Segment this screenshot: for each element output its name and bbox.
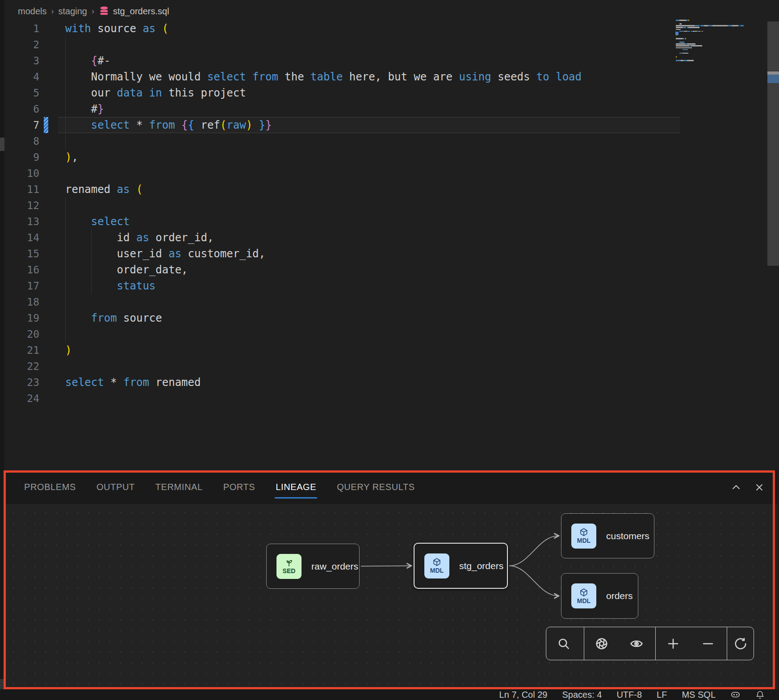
line-number: 23 bbox=[4, 377, 39, 388]
lineage-eye-button[interactable] bbox=[619, 627, 654, 660]
code-line-13[interactable]: 13 select bbox=[4, 214, 779, 230]
minimap-line bbox=[676, 23, 682, 25]
node-badge-label: MDL bbox=[577, 537, 591, 544]
code-line-12[interactable]: 12 bbox=[4, 197, 779, 214]
seedling-icon bbox=[284, 558, 294, 568]
code-text: renamed as ( bbox=[65, 183, 142, 196]
code-line-17[interactable]: 17 status bbox=[4, 278, 779, 294]
code-text: {#- bbox=[65, 54, 110, 67]
line-number: 6 bbox=[4, 103, 39, 115]
code-line-9[interactable]: 9), bbox=[4, 149, 779, 165]
code-line-3[interactable]: 3 {#- bbox=[4, 53, 779, 69]
status-item-ln-7-col-29[interactable]: Ln 7, Col 29 bbox=[499, 690, 548, 700]
code-line-14[interactable]: 14 id as order_id, bbox=[4, 230, 779, 246]
code-line-10[interactable]: 10 bbox=[4, 165, 779, 181]
lineage-edges bbox=[4, 504, 778, 689]
gutter bbox=[39, 53, 65, 69]
lineage-node-stg_orders[interactable]: MDLstg_orders bbox=[414, 543, 508, 589]
minimap-line bbox=[676, 49, 688, 50]
code-line-5[interactable]: 5 our data in this project bbox=[4, 85, 779, 101]
breadcrumb-item-models[interactable]: models bbox=[18, 6, 46, 17]
lineage-refresh-button[interactable] bbox=[727, 627, 754, 660]
editor-scrollbar[interactable] bbox=[767, 21, 779, 266]
gutter bbox=[39, 278, 65, 294]
minimap-line bbox=[676, 42, 684, 43]
code-line-15[interactable]: 15 user_id as customer_id, bbox=[4, 246, 779, 262]
lineage-zoom-out-button[interactable] bbox=[691, 627, 725, 660]
lineage-aperture-button[interactable] bbox=[584, 627, 619, 660]
gutter bbox=[39, 390, 65, 407]
gutter bbox=[39, 246, 65, 262]
code-text: user_id as customer_id, bbox=[65, 247, 265, 260]
code-line-11[interactable]: 11renamed as ( bbox=[4, 181, 779, 197]
code-area[interactable]: 1with source as (23 {#-4 Normally we wou… bbox=[4, 21, 779, 407]
code-line-21[interactable]: 21) bbox=[4, 342, 779, 358]
code-line-24[interactable]: 24 bbox=[4, 390, 779, 407]
lineage-zoom-in-button[interactable] bbox=[656, 627, 691, 660]
breadcrumb-item-staging[interactable]: staging bbox=[58, 6, 87, 17]
status-item-utf-8[interactable]: UTF-8 bbox=[616, 690, 642, 700]
status-item-spaces-4[interactable]: Spaces: 4 bbox=[562, 690, 602, 700]
line-number: 21 bbox=[4, 344, 39, 356]
lineage-canvas[interactable]: SEDraw_ordersMDLstg_ordersMDLcustomersMD… bbox=[4, 504, 778, 689]
minimap-line bbox=[676, 53, 688, 54]
code-text: with source as ( bbox=[65, 22, 168, 35]
gutter bbox=[39, 262, 65, 278]
gutter bbox=[39, 358, 65, 374]
code-text: from source bbox=[65, 312, 162, 324]
notifications-icon[interactable] bbox=[755, 690, 765, 700]
minimap-modified-marker bbox=[675, 32, 678, 35]
database-icon bbox=[99, 6, 109, 17]
tab-ports[interactable]: PORTS bbox=[223, 470, 255, 504]
close-panel-icon[interactable] bbox=[754, 482, 765, 493]
status-item-ms-sql[interactable]: MS SQL bbox=[682, 690, 716, 700]
lineage-node-orders[interactable]: MDLorders bbox=[561, 573, 638, 619]
copilot-icon[interactable] bbox=[730, 690, 741, 700]
code-line-8[interactable]: 8 bbox=[4, 133, 779, 149]
gutter bbox=[39, 374, 65, 390]
code-line-16[interactable]: 16 order_date, bbox=[4, 262, 779, 278]
code-line-22[interactable]: 22 bbox=[4, 358, 779, 374]
status-bar: Ln 7, Col 29Spaces: 4UTF-8LFMS SQL bbox=[0, 689, 779, 700]
gutter bbox=[39, 165, 65, 181]
tab-query-results[interactable]: QUERY RESULTS bbox=[337, 470, 415, 504]
code-line-6[interactable]: 6 #} bbox=[4, 101, 779, 117]
panel-window-controls bbox=[730, 470, 765, 504]
left-scroll-thumb[interactable] bbox=[0, 138, 4, 151]
status-item-lf[interactable]: LF bbox=[657, 690, 667, 700]
code-text: Normally we would select from the table … bbox=[65, 71, 582, 83]
lineage-node-raw_orders[interactable]: SEDraw_orders bbox=[266, 544, 360, 589]
gutter bbox=[39, 21, 65, 37]
code-line-19[interactable]: 19 from source bbox=[4, 310, 779, 326]
code-line-7[interactable]: 7 select * from {{ ref(raw) }} bbox=[4, 117, 779, 133]
bottom-panel: PROBLEMSOUTPUTTERMINALPORTSLINEAGEQUERY … bbox=[4, 470, 778, 689]
code-line-4[interactable]: 4 Normally we would select from the tabl… bbox=[4, 69, 779, 85]
line-number: 4 bbox=[4, 71, 39, 83]
minimap-line bbox=[676, 45, 702, 46]
node-label: stg_orders bbox=[459, 561, 503, 571]
minimap[interactable] bbox=[676, 20, 761, 73]
code-line-20[interactable]: 20 bbox=[4, 326, 779, 342]
tab-terminal[interactable]: TERMINAL bbox=[155, 470, 203, 504]
lineage-search-button[interactable] bbox=[546, 627, 581, 660]
code-line-18[interactable]: 18 bbox=[4, 294, 779, 310]
line-number: 2 bbox=[4, 39, 39, 50]
gutter bbox=[39, 133, 65, 149]
minimap-line bbox=[676, 27, 699, 28]
code-line-2[interactable]: 2 bbox=[4, 37, 779, 53]
cube-icon bbox=[578, 588, 589, 598]
node-badge: MDL bbox=[571, 583, 596, 608]
tab-lineage[interactable]: LINEAGE bbox=[276, 470, 316, 504]
line-number: 16 bbox=[4, 264, 39, 276]
tab-problems[interactable]: PROBLEMS bbox=[24, 470, 76, 504]
lineage-node-customers[interactable]: MDLcustomers bbox=[561, 513, 654, 558]
gutter bbox=[39, 342, 65, 358]
tab-output[interactable]: OUTPUT bbox=[96, 470, 135, 504]
lineage-toolbar bbox=[546, 627, 754, 660]
code-line-23[interactable]: 23select * from renamed bbox=[4, 374, 779, 390]
gutter bbox=[39, 230, 65, 246]
maximize-panel-chevron-icon[interactable] bbox=[730, 482, 742, 493]
gutter bbox=[39, 294, 65, 310]
code-line-1[interactable]: 1with source as ( bbox=[4, 21, 779, 37]
breadcrumb-file[interactable]: stg_orders.sql bbox=[99, 6, 169, 17]
